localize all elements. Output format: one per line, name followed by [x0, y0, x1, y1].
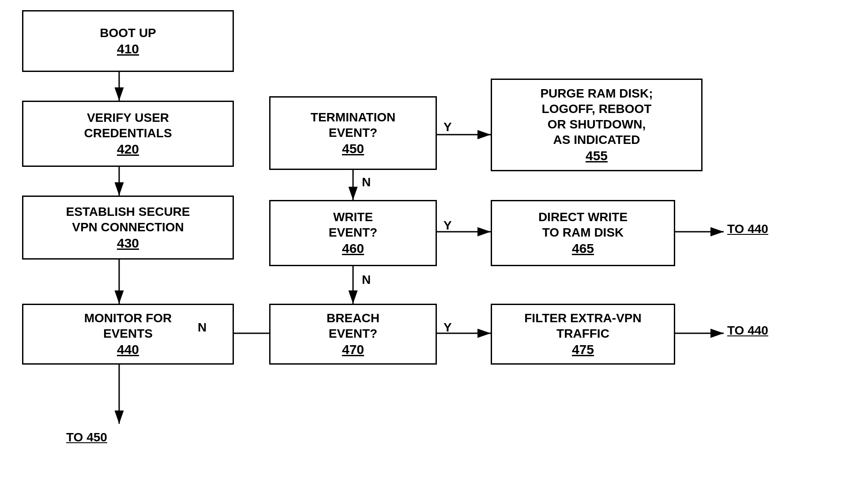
direct-write-label: DIRECT WRITETO RAM DISK [538, 209, 628, 240]
monitor-label: MONITOR FOREVENTS [84, 310, 172, 341]
n-label-1: N [362, 175, 371, 189]
boot-up-box: BOOT UP 410 [22, 10, 234, 72]
direct-write-ref: 465 [572, 240, 594, 257]
direct-write-box: DIRECT WRITETO RAM DISK 465 [491, 200, 675, 266]
n-label-3: N [198, 320, 207, 335]
y-label-2: Y [443, 218, 452, 233]
to-440-link-1: TO 440 [727, 222, 768, 236]
filter-ref: 475 [572, 341, 594, 358]
n-label-2: N [362, 273, 371, 287]
to-450-text: TO 450 [66, 430, 107, 444]
breach-label: BREACHEVENT? [327, 310, 380, 341]
termination-box: TERMINATIONEVENT? 450 [269, 96, 437, 170]
write-event-box: WRITEEVENT? 460 [269, 200, 437, 266]
establish-ref: 430 [117, 235, 139, 252]
write-event-ref: 460 [342, 240, 364, 257]
breach-ref: 470 [342, 341, 364, 358]
breach-box: BREACHEVENT? 470 [269, 304, 437, 365]
termination-label: TERMINATIONEVENT? [311, 109, 395, 140]
to-440-text-1: TO 440 [727, 222, 768, 236]
y-label-1: Y [443, 120, 452, 134]
establish-label: ESTABLISH SECUREVPN CONNECTION [66, 204, 190, 235]
filter-label: FILTER EXTRA-VPNTRAFFIC [524, 310, 641, 341]
to-450-link: TO 450 [66, 430, 107, 444]
write-event-label: WRITEEVENT? [329, 209, 377, 240]
y-label-3: Y [443, 320, 452, 335]
termination-ref: 450 [342, 140, 364, 157]
purge-ref: 455 [586, 147, 608, 164]
purge-label: PURGE RAM DISK;LOGOFF, REBOOTOR SHUTDOWN… [540, 86, 653, 147]
filter-box: FILTER EXTRA-VPNTRAFFIC 475 [491, 304, 675, 365]
verify-ref: 420 [117, 141, 139, 158]
to-440-text-2: TO 440 [727, 324, 768, 337]
verify-label: VERIFY USERCREDENTIALS [84, 110, 172, 141]
purge-box: PURGE RAM DISK;LOGOFF, REBOOTOR SHUTDOWN… [491, 79, 703, 171]
boot-up-label: BOOT UP [100, 25, 156, 41]
to-440-link-2: TO 440 [727, 324, 768, 338]
monitor-ref: 440 [117, 341, 139, 358]
verify-box: VERIFY USERCREDENTIALS 420 [22, 101, 234, 167]
establish-box: ESTABLISH SECUREVPN CONNECTION 430 [22, 196, 234, 260]
boot-up-ref: 410 [117, 41, 139, 57]
